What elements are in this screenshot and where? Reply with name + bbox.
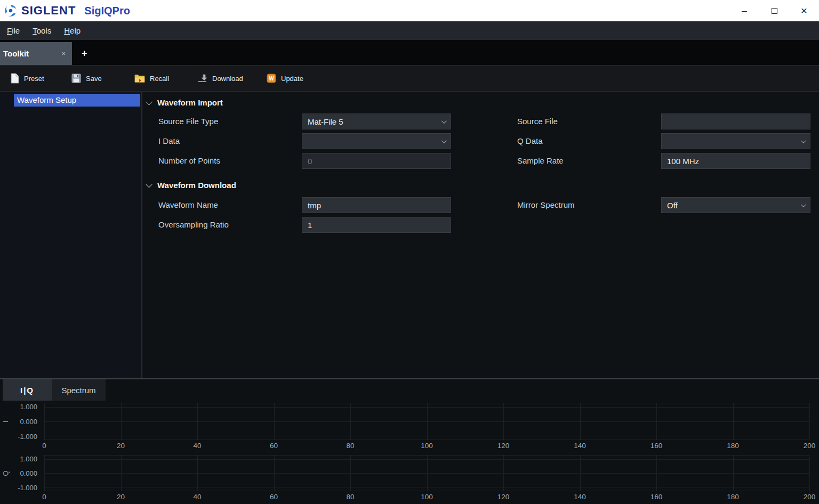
y-tick-label: -1.000 xyxy=(18,484,37,492)
menubar: File Tools Help xyxy=(0,21,819,40)
i-chart-y-axis: 1.0000.000-1.000 xyxy=(0,403,41,440)
save-label: Save xyxy=(86,75,102,83)
brand-text: SIGLENT xyxy=(21,4,76,18)
x-tick-label: 40 xyxy=(193,442,201,450)
x-tick-label: 60 xyxy=(270,493,278,501)
menu-tools[interactable]: Tools xyxy=(28,24,56,37)
x-tick-label: 140 xyxy=(574,493,586,501)
maximize-icon xyxy=(772,8,777,14)
source-file-type-value: Mat-File 5 xyxy=(308,117,343,126)
mirror-spectrum-dropdown[interactable]: Off xyxy=(661,197,810,213)
recall-button[interactable]: Recall xyxy=(132,69,186,88)
tab-close-icon[interactable]: × xyxy=(59,48,68,59)
preset-label: Preset xyxy=(24,75,44,83)
menu-file[interactable]: File xyxy=(2,24,25,37)
preview-tabs: I|Q Spectrum xyxy=(0,379,819,401)
floppy-icon xyxy=(71,74,81,83)
source-file-label: Source File xyxy=(517,113,558,129)
sidebar-item-waveform-setup[interactable]: Waveform Setup xyxy=(14,94,140,107)
waveform-download-title: Waveform Download xyxy=(157,181,236,190)
x-tick-label: 180 xyxy=(727,442,739,450)
folder-icon xyxy=(134,74,145,83)
q-chart-plot-area xyxy=(44,455,809,491)
chevron-down-icon xyxy=(146,181,152,188)
window-controls: – × xyxy=(729,0,819,21)
x-tick-label: 180 xyxy=(727,493,739,501)
app-name: SigIQPro xyxy=(84,5,130,17)
download-button[interactable]: Download xyxy=(195,69,255,88)
maximize-button[interactable] xyxy=(759,0,789,21)
i-data-label: I Data xyxy=(158,133,180,149)
oversampling-ratio-label: Oversampling Ratio xyxy=(158,217,229,233)
sample-rate-value: 100 MHz xyxy=(667,157,699,166)
q-data-label: Q Data xyxy=(517,133,543,149)
add-tab-button[interactable]: + xyxy=(77,42,92,65)
tab-toolkit-label: Toolkit xyxy=(3,49,29,58)
y-tick-label: -1.000 xyxy=(18,433,37,441)
tab-toolkit[interactable]: Toolkit × xyxy=(0,42,72,65)
q-chart-x-axis: 020406080100120140160180200 xyxy=(44,493,809,502)
chevron-down-icon xyxy=(801,138,806,143)
x-tick-label: 20 xyxy=(117,442,125,450)
tab-iq[interactable]: I|Q xyxy=(3,379,52,401)
mirror-spectrum-value: Off xyxy=(667,201,678,210)
source-file-type-dropdown[interactable]: Mat-File 5 xyxy=(302,113,451,129)
x-tick-label: 0 xyxy=(42,493,46,501)
number-of-points-label: Number of Points xyxy=(158,153,220,169)
tabbar: Toolkit × + xyxy=(0,40,819,65)
q-data-dropdown[interactable] xyxy=(661,133,810,149)
waveform-name-value: tmp xyxy=(308,201,321,210)
number-of-points-value: 0 xyxy=(308,157,312,166)
update-icon: W xyxy=(267,74,276,83)
source-file-input[interactable] xyxy=(661,113,810,129)
x-tick-label: 80 xyxy=(346,442,354,450)
recall-label: Recall xyxy=(150,75,169,83)
x-tick-label: 80 xyxy=(346,493,354,501)
update-label: Update xyxy=(281,75,303,83)
i-chart-x-axis: 020406080100120140160180200 xyxy=(44,442,809,451)
oversampling-ratio-input[interactable]: 1 xyxy=(302,217,451,233)
y-tick-label: 0.000 xyxy=(20,418,37,426)
save-button[interactable]: Save xyxy=(69,69,123,88)
i-data-dropdown[interactable] xyxy=(302,133,451,149)
x-tick-label: 60 xyxy=(270,442,278,450)
y-tick-label: 1.000 xyxy=(20,403,37,411)
chevron-down-icon xyxy=(441,138,447,143)
x-tick-label: 120 xyxy=(497,442,510,450)
q-chart-y-axis: 1.0000.000-1.000 xyxy=(0,455,41,491)
update-button[interactable]: W Update xyxy=(264,69,312,88)
waveform-download-section-header[interactable]: Waveform Download xyxy=(143,179,236,191)
main-content: Waveform Setup Waveform Import Source Fi… xyxy=(0,92,819,378)
download-icon xyxy=(197,74,207,83)
tab-spectrum[interactable]: Spectrum xyxy=(52,379,106,401)
svg-text:W: W xyxy=(269,76,274,82)
x-tick-label: 160 xyxy=(651,442,663,450)
x-tick-label: 120 xyxy=(497,493,510,501)
chevron-down-icon xyxy=(146,98,152,105)
x-tick-label: 200 xyxy=(804,442,816,450)
i-chart-plot-area xyxy=(44,403,809,440)
minimize-button[interactable]: – xyxy=(729,0,759,21)
x-tick-label: 160 xyxy=(651,493,663,501)
x-tick-label: 0 xyxy=(42,442,46,450)
preset-button[interactable]: Preset xyxy=(9,69,60,88)
sidebar: Waveform Setup xyxy=(0,92,142,378)
x-tick-label: 20 xyxy=(117,493,125,501)
toolbar: Preset Save Recall Download W Update xyxy=(0,65,819,92)
sample-rate-label: Sample Rate xyxy=(517,153,564,169)
y-tick-label: 1.000 xyxy=(20,455,37,463)
download-label: Download xyxy=(212,75,243,83)
chevron-down-icon xyxy=(801,202,806,207)
close-button[interactable]: × xyxy=(789,0,819,21)
sample-rate-input[interactable]: 100 MHz xyxy=(661,153,810,169)
waveform-import-title: Waveform Import xyxy=(157,98,223,107)
waveform-import-section-header[interactable]: Waveform Import xyxy=(143,96,223,108)
settings-panel: Waveform Import Source File Type Mat-Fil… xyxy=(143,92,819,378)
mirror-spectrum-label: Mirror Spectrum xyxy=(517,197,575,213)
menu-help[interactable]: Help xyxy=(59,24,85,37)
number-of-points-input: 0 xyxy=(302,153,451,169)
waveform-name-input[interactable]: tmp xyxy=(302,197,451,213)
waveform-name-label: Waveform Name xyxy=(158,197,218,213)
waveform-preview-panel: I|Q Spectrum I 1.0000.000-1.000 02040608… xyxy=(0,378,819,504)
source-file-type-label: Source File Type xyxy=(158,113,218,129)
